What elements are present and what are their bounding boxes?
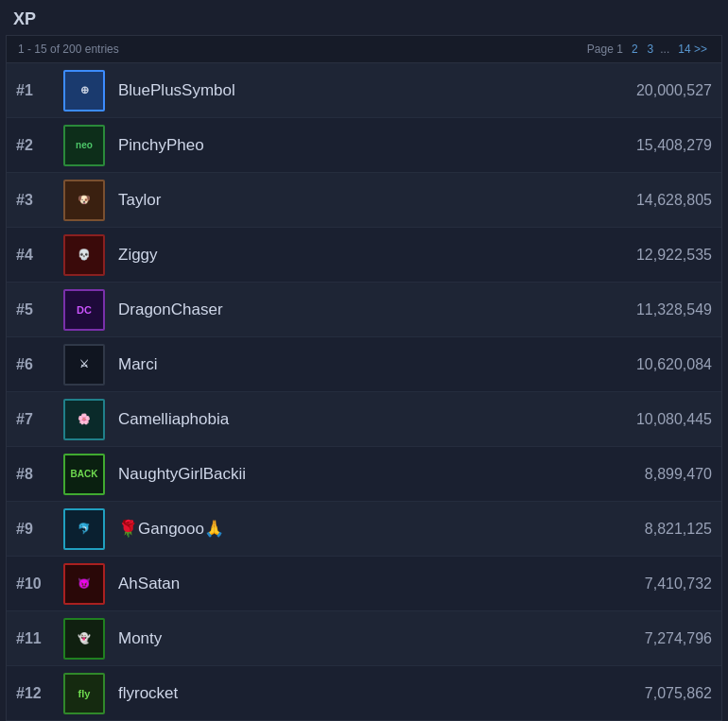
page-links-top: Page 1 2 3 ... 14 >> bbox=[587, 42, 710, 57]
app-title: XP bbox=[0, 0, 728, 35]
username-label: BluePlusSymbol bbox=[118, 81, 589, 100]
table-row[interactable]: #7 🌸 Camelliaphobia 10,080,445 bbox=[7, 392, 721, 447]
rank-label: #5 bbox=[16, 301, 63, 318]
table-row[interactable]: #9 🐬 🌹Gangooo🙏 8,821,125 bbox=[7, 502, 721, 557]
table-row[interactable]: #6 ⚔ Marci 10,620,084 bbox=[7, 337, 721, 392]
username-label: Ziggy bbox=[118, 246, 589, 265]
avatar: neo bbox=[63, 125, 105, 166]
username-label: AhSatan bbox=[118, 575, 589, 593]
table-container: 1 - 15 of 200 entries Page 1 2 3 ... 14 … bbox=[6, 35, 722, 721]
xp-value: 10,620,084 bbox=[589, 356, 712, 373]
username-label: NaughtyGirlBackii bbox=[118, 465, 589, 484]
avatar: ⊕ bbox=[63, 70, 105, 112]
avatar: fly bbox=[63, 673, 105, 714]
username-label: Taylor bbox=[118, 191, 589, 210]
page-link-last-top[interactable]: 14 >> bbox=[675, 42, 710, 57]
xp-value: 12,922,535 bbox=[589, 247, 712, 264]
xp-value: 10,080,445 bbox=[589, 411, 712, 428]
table-row[interactable]: #11 👻 Monty 7,274,796 bbox=[7, 611, 721, 666]
table-row[interactable]: #12 fly flyrocket 7,075,862 bbox=[7, 666, 721, 721]
xp-value: 14,628,805 bbox=[589, 192, 712, 209]
table-row[interactable]: #2 neo PinchyPheo 15,408,279 bbox=[7, 118, 721, 173]
rank-label: #3 bbox=[16, 192, 63, 209]
avatar: BACK bbox=[63, 454, 105, 495]
xp-value: 15,408,279 bbox=[589, 137, 712, 154]
rank-label: #6 bbox=[16, 356, 63, 373]
rank-label: #12 bbox=[16, 685, 63, 702]
username-label: 🌹Gangooo🙏 bbox=[118, 519, 589, 539]
page-link-2-top[interactable]: 2 bbox=[629, 42, 641, 57]
rank-label: #10 bbox=[16, 575, 63, 592]
table-row[interactable]: #5 DC DragonChaser 11,328,549 bbox=[7, 283, 721, 337]
avatar: ⚔ bbox=[63, 344, 105, 386]
rank-label: #11 bbox=[16, 630, 63, 647]
table-row[interactable]: #1 ⊕ BluePlusSymbol 20,000,527 bbox=[7, 63, 721, 118]
avatar: 🐬 bbox=[63, 508, 105, 550]
username-label: Monty bbox=[118, 629, 589, 648]
avatar: 👻 bbox=[63, 618, 105, 660]
xp-value: 7,274,796 bbox=[589, 630, 712, 647]
xp-value: 8,899,470 bbox=[589, 466, 712, 483]
page-label-top: Page 1 bbox=[587, 43, 623, 56]
username-label: Camelliaphobia bbox=[118, 410, 589, 429]
xp-value: 7,075,862 bbox=[589, 685, 712, 702]
rank-label: #9 bbox=[16, 521, 63, 538]
username-label: DragonChaser bbox=[118, 300, 589, 319]
table-row[interactable]: #3 🐶 Taylor 14,628,805 bbox=[7, 173, 721, 228]
page-link-3-top[interactable]: 3 bbox=[645, 42, 657, 57]
avatar: 😈 bbox=[63, 563, 105, 605]
rank-label: #2 bbox=[16, 137, 63, 154]
xp-value: 8,821,125 bbox=[589, 521, 712, 538]
rank-label: #7 bbox=[16, 411, 63, 428]
rank-label: #8 bbox=[16, 466, 63, 483]
pagination-bar-top: 1 - 15 of 200 entries Page 1 2 3 ... 14 … bbox=[7, 36, 721, 63]
leaderboard-list: #1 ⊕ BluePlusSymbol 20,000,527 #2 neo Pi… bbox=[7, 63, 721, 721]
username-label: PinchyPheo bbox=[118, 136, 589, 155]
avatar: DC bbox=[63, 289, 105, 331]
avatar: 🐶 bbox=[63, 180, 105, 221]
xp-value: 7,410,732 bbox=[589, 575, 712, 592]
avatar: 💀 bbox=[63, 234, 105, 276]
avatar: 🌸 bbox=[63, 399, 105, 440]
page-ellipsis-top: ... bbox=[660, 43, 669, 56]
entries-count-top: 1 - 15 of 200 entries bbox=[18, 43, 119, 56]
table-row[interactable]: #8 BACK NaughtyGirlBackii 8,899,470 bbox=[7, 447, 721, 502]
xp-value: 20,000,527 bbox=[589, 82, 712, 99]
rank-label: #4 bbox=[16, 247, 63, 264]
rank-label: #1 bbox=[16, 82, 63, 99]
table-row[interactable]: #10 😈 AhSatan 7,410,732 bbox=[7, 557, 721, 611]
table-row[interactable]: #4 💀 Ziggy 12,922,535 bbox=[7, 228, 721, 283]
xp-value: 11,328,549 bbox=[589, 301, 712, 318]
username-label: flyrocket bbox=[118, 684, 589, 703]
username-label: Marci bbox=[118, 355, 589, 374]
